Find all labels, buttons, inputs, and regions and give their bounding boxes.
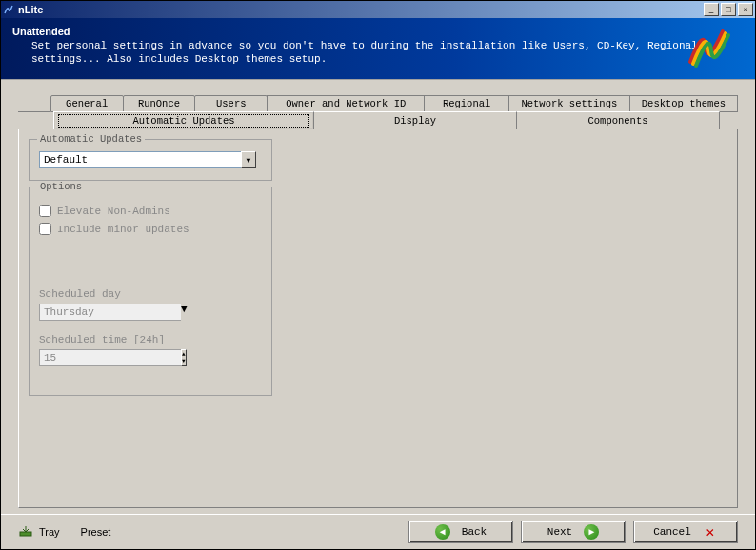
tab-network-settings[interactable]: Network settings bbox=[508, 95, 630, 112]
au-mode-select[interactable]: ▼ bbox=[39, 151, 256, 168]
minor-label: Include minor updates bbox=[57, 224, 189, 235]
tab-row-top: General RunOnce Users Owner and Network … bbox=[18, 95, 738, 112]
maximize-button[interactable]: □ bbox=[721, 3, 736, 16]
header-banner: Unattended Set personal settings in adva… bbox=[1, 18, 755, 79]
tab-runonce[interactable]: RunOnce bbox=[123, 95, 196, 112]
close-button[interactable]: × bbox=[738, 3, 753, 16]
check-elevate-non-admins[interactable]: Elevate Non-Admins bbox=[39, 205, 262, 217]
tab-display[interactable]: Display bbox=[313, 111, 517, 129]
tab-general[interactable]: General bbox=[50, 95, 124, 112]
arrow-left-icon: ◄ bbox=[435, 524, 450, 540]
scheduled-day-input[interactable] bbox=[39, 304, 181, 321]
scheduled-day-label: Scheduled day bbox=[39, 288, 262, 300]
tray-label[interactable]: Tray bbox=[39, 526, 60, 538]
scheduled-day-select[interactable]: ▼ bbox=[39, 304, 136, 321]
spin-up-icon[interactable]: ▲ bbox=[182, 351, 186, 358]
scheduled-time-input[interactable] bbox=[39, 349, 181, 366]
scheduled-time-label: Scheduled time [24h] bbox=[39, 334, 262, 345]
tab-row-bottom: Automatic Updates Display Components bbox=[18, 111, 738, 129]
spin-down-icon[interactable]: ▼ bbox=[182, 358, 186, 364]
tab-owner-network[interactable]: Owner and Network ID bbox=[267, 95, 425, 112]
elevate-label: Elevate Non-Admins bbox=[57, 206, 170, 217]
tab-desktop-themes[interactable]: Desktop themes bbox=[629, 95, 738, 112]
minor-checkbox[interactable] bbox=[39, 223, 51, 235]
titlebar: nLite _ □ × bbox=[1, 1, 755, 18]
back-button[interactable]: ◄ Back bbox=[408, 521, 513, 543]
fieldset-options: Options Elevate Non-Admins Include minor… bbox=[29, 187, 272, 396]
window-title: nLite bbox=[18, 4, 702, 15]
arrow-right-icon: ► bbox=[584, 524, 599, 540]
scheduled-time-stepper[interactable]: ▲ ▼ bbox=[39, 349, 79, 366]
cancel-button[interactable]: Cancel ✕ bbox=[633, 521, 738, 543]
elevate-checkbox[interactable] bbox=[39, 205, 51, 217]
app-window: nLite _ □ × Unattended Set personal sett… bbox=[0, 0, 756, 550]
legend-au: Automatic Updates bbox=[37, 133, 145, 145]
legend-options: Options bbox=[37, 181, 85, 192]
page-title: Unattended bbox=[12, 26, 744, 37]
footer-bar: Tray Preset ◄ Back Next ► Cancel ✕ bbox=[1, 514, 755, 549]
tab-components[interactable]: Components bbox=[516, 111, 720, 129]
page-description: Set personal settings in advance so you … bbox=[31, 39, 744, 66]
tab-page: Automatic Updates ▼ Options Elevate Non-… bbox=[18, 129, 738, 508]
fieldset-automatic-updates: Automatic Updates ▼ bbox=[29, 139, 272, 181]
tab-users[interactable]: Users bbox=[194, 95, 268, 112]
au-mode-input[interactable] bbox=[39, 151, 241, 168]
tab-automatic-updates[interactable]: Automatic Updates bbox=[53, 111, 314, 129]
nlite-logo bbox=[681, 24, 738, 69]
app-icon bbox=[3, 4, 14, 15]
dropdown-arrow-icon[interactable]: ▼ bbox=[181, 304, 188, 321]
tray-icon[interactable] bbox=[18, 524, 33, 540]
next-button[interactable]: Next ► bbox=[521, 521, 626, 543]
preset-label[interactable]: Preset bbox=[81, 526, 111, 538]
content-area: General RunOnce Users Owner and Network … bbox=[1, 79, 755, 514]
tab-regional[interactable]: Regional bbox=[424, 95, 509, 112]
minimize-button[interactable]: _ bbox=[704, 3, 719, 16]
dropdown-arrow-icon[interactable]: ▼ bbox=[241, 151, 256, 168]
close-x-icon: ✕ bbox=[703, 524, 718, 540]
check-include-minor[interactable]: Include minor updates bbox=[39, 223, 262, 235]
